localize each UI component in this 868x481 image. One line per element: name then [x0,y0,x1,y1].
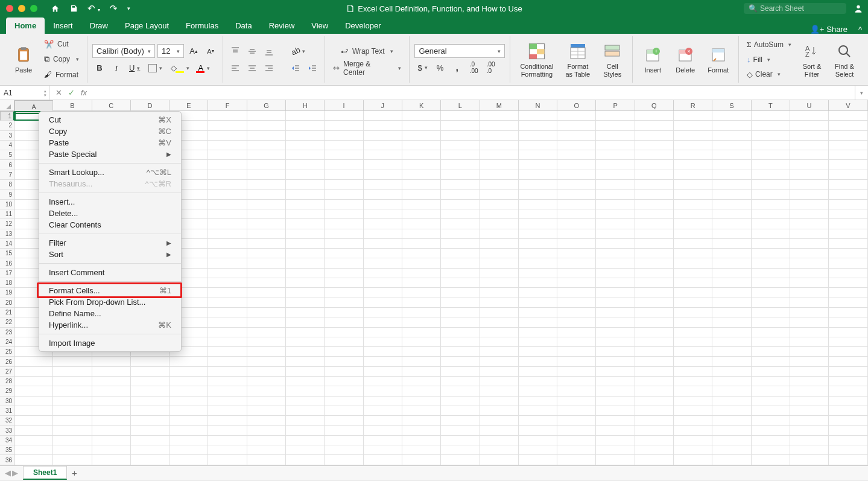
cell[interactable] [674,269,712,278]
cell[interactable] [325,455,363,465]
cell[interactable] [712,170,751,180]
cell[interactable] [674,190,712,199]
column-header[interactable]: Q [635,100,674,111]
cell[interactable] [596,455,635,465]
row-header[interactable]: 24 [0,337,14,347]
cell[interactable] [557,357,596,366]
cell[interactable] [247,209,286,219]
cell[interactable] [752,170,790,180]
cell[interactable] [441,416,480,425]
cell[interactable] [596,397,635,406]
menu-item-clear-contents[interactable]: Clear Contents [39,219,181,231]
cell[interactable] [14,455,53,465]
cell[interactable] [790,160,829,170]
cell[interactable] [674,141,712,150]
cell[interactable] [402,229,441,239]
cell[interactable] [635,288,674,298]
cell[interactable] [712,288,751,298]
menu-item-paste[interactable]: Paste⌘V [39,137,181,148]
column-header[interactable]: O [557,100,596,111]
cell[interactable] [208,317,247,327]
cell[interactable] [286,298,325,308]
cell[interactable] [286,328,325,337]
cell[interactable] [402,377,441,386]
cell[interactable] [364,317,402,327]
font-size-select[interactable]: 12▾ [157,44,184,58]
cell[interactable] [480,111,519,121]
cell[interactable] [519,229,557,239]
cell[interactable] [752,328,790,337]
cell[interactable] [208,170,247,180]
home-icon[interactable] [51,4,60,13]
cell[interactable] [208,180,247,190]
cell[interactable] [596,436,635,445]
cell[interactable] [752,229,790,239]
cell[interactable] [674,426,712,436]
cell[interactable] [402,170,441,180]
menu-item-sort[interactable]: Sort▶ [39,249,181,260]
row-header[interactable]: 22 [0,317,14,327]
cell[interactable] [441,406,480,416]
cell[interactable] [480,229,519,239]
user-icon[interactable] [854,4,863,13]
cell[interactable] [53,416,92,425]
cell[interactable] [596,347,635,357]
tab-insert[interactable]: Insert [45,18,81,34]
cell[interactable] [752,209,790,219]
cell[interactable] [208,367,247,377]
cell[interactable] [519,200,557,209]
cell[interactable] [208,111,247,121]
cell[interactable] [480,426,519,436]
cell[interactable] [247,357,286,366]
cell[interactable] [402,200,441,209]
row-header[interactable]: 11 [0,209,14,219]
cell[interactable] [635,367,674,377]
cell[interactable] [557,150,596,160]
cell[interactable] [286,219,325,229]
cell[interactable] [53,397,92,406]
cell[interactable] [364,239,402,249]
cell[interactable] [14,397,53,406]
cell[interactable] [480,337,519,347]
menu-item-hyperlink[interactable]: Hyperlink...⌘K [39,319,181,331]
cell[interactable] [441,219,480,229]
cell[interactable] [53,436,92,445]
cell[interactable] [596,160,635,170]
cell[interactable] [829,200,867,209]
row-header[interactable]: 13 [0,229,14,239]
cell[interactable] [208,278,247,288]
cell[interactable] [519,436,557,445]
cell[interactable] [325,357,363,366]
cell[interactable] [92,455,131,465]
cell[interactable] [752,131,790,141]
cell[interactable] [364,160,402,170]
cell[interactable] [596,445,635,455]
cell[interactable] [364,406,402,416]
cell[interactable] [596,357,635,366]
cell[interactable] [208,406,247,416]
cell[interactable] [752,367,790,377]
cell[interactable] [557,229,596,239]
row-header[interactable]: 27 [0,367,14,377]
cell[interactable] [674,278,712,288]
column-header[interactable]: I [325,100,363,111]
cell[interactable] [441,111,480,121]
cell[interactable] [364,436,402,445]
select-all-corner[interactable] [0,100,14,111]
format-as-table-button[interactable]: Format as Table [560,37,595,81]
percent-button[interactable]: % [433,60,448,75]
row-header[interactable]: 36 [0,455,14,465]
cell[interactable] [635,328,674,337]
cell[interactable] [402,239,441,249]
orientation-button[interactable]: ab▾ [288,44,308,59]
cell[interactable] [790,347,829,357]
cell[interactable] [402,445,441,455]
cell[interactable] [247,426,286,436]
cell[interactable] [557,141,596,150]
cell[interactable] [557,377,596,386]
cell[interactable] [635,298,674,308]
cell[interactable] [247,455,286,465]
column-header[interactable]: C [92,100,131,111]
row-header[interactable]: 33 [0,426,14,436]
cell[interactable] [92,377,131,386]
